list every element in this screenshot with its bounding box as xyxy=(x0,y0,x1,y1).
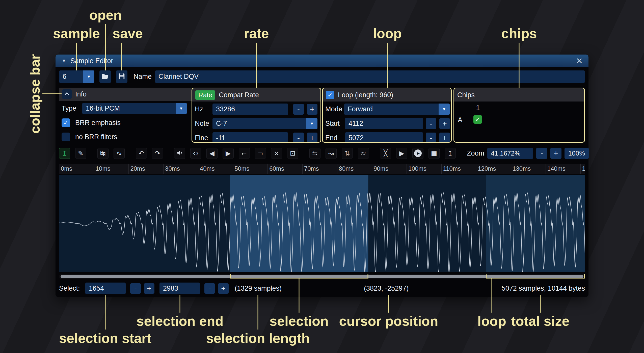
step-down-icon: ¬ xyxy=(258,150,263,157)
selection-start-minus-button[interactable]: - xyxy=(130,283,141,294)
callout-line-save xyxy=(121,43,122,70)
loop-mode-select[interactable]: Forward ▼ xyxy=(344,104,450,115)
zoom-in-button[interactable]: + xyxy=(550,148,561,159)
redo-button[interactable]: ↷ xyxy=(152,148,163,159)
normalize-button[interactable]: ⇔ xyxy=(190,148,201,159)
loop-end-input[interactable] xyxy=(345,132,423,143)
loop-end-minus-button[interactable]: - xyxy=(426,133,436,143)
selection-end-input[interactable] xyxy=(159,283,200,294)
fade-out-button[interactable]: ▶ xyxy=(223,148,234,159)
toolbar-group: ⌶✎ xyxy=(59,148,86,159)
ruler-tick xyxy=(128,164,129,174)
annotation-open: open xyxy=(89,7,122,23)
loop-start-minus-button[interactable]: - xyxy=(426,118,436,129)
invert-button[interactable]: ↝ xyxy=(326,148,337,159)
callout-line-loop xyxy=(387,43,388,88)
toolbar-group: ⇋↝⇅≈ xyxy=(309,148,369,159)
ruler-label: 100ms xyxy=(408,165,426,172)
time-ruler[interactable]: 0ms10ms20ms30ms40ms50ms60ms70ms80ms90ms1… xyxy=(59,164,585,174)
note-label: Note xyxy=(195,118,209,129)
loop-start-label: Start xyxy=(325,118,340,129)
title-bar[interactable]: ▼ Sample Editor × xyxy=(56,55,588,67)
edit-select-button[interactable]: ⌶ xyxy=(59,148,70,159)
selection-start-plus-button[interactable]: + xyxy=(144,283,154,294)
no-brr-filters-checkbox[interactable] xyxy=(62,133,70,141)
close-button[interactable]: × xyxy=(576,56,582,66)
trim-button[interactable]: ⊡ xyxy=(287,148,298,159)
ruler-tick xyxy=(511,164,511,174)
curve-icon: ≈ xyxy=(361,150,366,157)
ruler-tick xyxy=(163,164,164,174)
fine-label: Fine xyxy=(195,132,208,143)
zoom-input[interactable] xyxy=(487,148,533,159)
close-icon: × xyxy=(576,55,582,67)
hz-minus-button[interactable]: - xyxy=(293,104,304,115)
chips-column-header: 1 xyxy=(472,104,484,112)
callout-line-selection-end xyxy=(180,295,180,313)
edit-draw-button[interactable]: ✎ xyxy=(75,148,86,159)
selection-end-minus-button[interactable]: - xyxy=(204,283,215,294)
sample-toolbar: ⌶✎↹∿↶↷⇔◀▶⌐¬×⊡⇋↝⇅≈╳▶▶■↥ Zoom - + 100% xyxy=(59,147,585,159)
delete-button[interactable]: × xyxy=(271,148,282,159)
apply-silence-button[interactable]: ¬ xyxy=(255,148,266,159)
make-instrument-button[interactable]: ↥ xyxy=(445,148,456,159)
ruler-tick xyxy=(580,164,581,174)
info-panel: Info Type 16-bit PCM ▼ ✓ BRR emphasis no… xyxy=(59,88,192,143)
toolbar-group: ⇔◀▶⌐¬×⊡ xyxy=(174,148,298,159)
folder-open-icon xyxy=(101,72,109,81)
hz-input[interactable] xyxy=(212,104,288,115)
window-collapse-icon[interactable]: ▼ xyxy=(62,58,66,64)
save-sample-button[interactable] xyxy=(116,70,127,83)
sample-name-input[interactable] xyxy=(155,70,585,83)
zoom-out-button[interactable]: - xyxy=(536,148,547,159)
ruler-label: 50ms xyxy=(235,165,250,172)
amplify-button[interactable] xyxy=(174,148,185,159)
loop-panel: ✓ Loop (length: 960) Mode Forward ▼ Star… xyxy=(322,88,452,143)
preview-loop-button[interactable]: ▶ xyxy=(412,148,423,159)
crossfade-button[interactable]: ╳ xyxy=(380,148,391,159)
loop-checkbox[interactable]: ✓ xyxy=(326,91,334,99)
preview-button[interactable]: ▶ xyxy=(396,148,407,159)
sample-type-select[interactable]: 16-bit PCM ▼ xyxy=(82,103,187,114)
step-up-icon: ⌐ xyxy=(241,150,247,157)
callout-line-selection-length xyxy=(258,295,258,330)
annotation-selection-length: selection length xyxy=(206,330,310,346)
no-brr-filters-row: no BRR filters xyxy=(62,133,117,141)
fade-in-button[interactable]: ◀ xyxy=(206,148,218,159)
selection-length-text: (1329 samples) xyxy=(235,282,282,295)
waveform-canvas[interactable] xyxy=(59,175,585,272)
insert-silence-button[interactable]: ⌐ xyxy=(239,148,250,159)
selection-start-input[interactable] xyxy=(85,283,126,294)
fine-plus-button[interactable]: + xyxy=(307,133,317,143)
selection-end-plus-button[interactable]: + xyxy=(218,283,229,294)
hz-plus-button[interactable]: + xyxy=(307,104,317,115)
ruler-label: 120ms xyxy=(478,165,496,172)
collapse-bar-button[interactable] xyxy=(62,89,72,99)
ruler-label: 30ms xyxy=(165,165,180,172)
annotation-cursor-position: cursor position xyxy=(339,313,438,329)
flip-sign-button[interactable]: ⇅ xyxy=(342,148,353,159)
fine-input[interactable] xyxy=(212,132,288,143)
chip-enable-checkbox[interactable]: ✓ xyxy=(473,115,482,124)
resize-button[interactable]: ↹ xyxy=(97,148,109,159)
info-panel-header: Info xyxy=(59,88,192,101)
loop-start-input[interactable] xyxy=(345,118,423,129)
stop-preview-button[interactable]: ■ xyxy=(428,148,440,159)
brr-emphasis-checkbox[interactable]: ✓ xyxy=(62,118,70,127)
ruler-tick xyxy=(546,164,546,174)
ruler-label: 60ms xyxy=(269,165,284,172)
redo-icon: ↷ xyxy=(155,150,160,157)
reverse-button[interactable]: ⇋ xyxy=(309,148,320,159)
loop-end-plus-button[interactable]: + xyxy=(439,133,450,143)
open-sample-button[interactable] xyxy=(99,70,111,83)
resample-button[interactable]: ∿ xyxy=(114,148,125,159)
fine-minus-button[interactable]: - xyxy=(293,133,304,143)
note-select[interactable]: C-7 ▼ xyxy=(212,118,317,129)
filter-button[interactable]: ≈ xyxy=(358,148,369,159)
undo-button[interactable]: ↶ xyxy=(136,148,147,159)
annotation-loop-region: loop xyxy=(477,313,506,329)
ruler-tick xyxy=(233,164,233,174)
zoom-reset-button[interactable]: 100% xyxy=(565,148,589,159)
loop-start-plus-button[interactable]: + xyxy=(439,118,450,129)
sample-number-select[interactable]: 6 ▼ xyxy=(59,70,94,83)
